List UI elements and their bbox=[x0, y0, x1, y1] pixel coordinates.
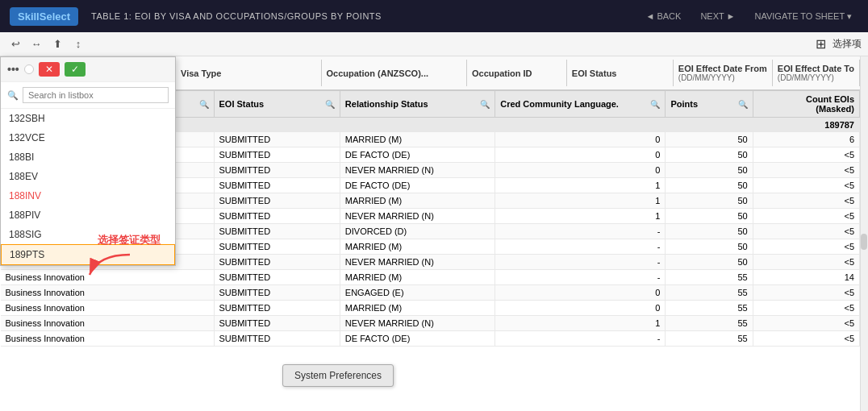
scrollbar[interactable] bbox=[860, 56, 868, 411]
cell-points: 50 bbox=[666, 255, 753, 270]
col-eoi-search-icon[interactable]: 🔍 bbox=[325, 100, 335, 109]
cell-visa-type: Business Innovation bbox=[1, 316, 215, 331]
cell-eoi-status: SUBMITTED bbox=[214, 147, 340, 163]
cell-cred-lang: - bbox=[495, 270, 666, 285]
scrollbar-thumb[interactable] bbox=[861, 234, 867, 250]
cell-eoi-status: SUBMITTED bbox=[214, 224, 340, 239]
table-row: Business Innovation SUBMITTED ENGAGED (E… bbox=[1, 285, 860, 301]
cell-visa-type: Business Innovation bbox=[1, 331, 215, 347]
cell-points: 50 bbox=[666, 224, 753, 239]
col-points-search-icon[interactable]: 🔍 bbox=[738, 100, 748, 109]
cell-cred-lang: - bbox=[495, 224, 666, 239]
col-visa-search-icon[interactable]: 🔍 bbox=[199, 100, 209, 109]
table-row: Business Innovation SUBMITTED MARRIED (M… bbox=[1, 270, 860, 285]
toolbar-right: ⊞ 选择项 bbox=[816, 36, 862, 52]
list-item-189pts[interactable]: 189PTS bbox=[1, 244, 175, 265]
cell-rel-status: DE FACTO (DE) bbox=[340, 147, 495, 163]
list-item[interactable]: 132VCE bbox=[1, 128, 175, 147]
cell-rel-status: MARRIED (M) bbox=[340, 301, 495, 316]
cell-cred-lang: - bbox=[495, 331, 666, 347]
cell-cred-lang: 0 bbox=[495, 301, 666, 316]
cell-cred-lang: 0 bbox=[495, 163, 666, 178]
list-item[interactable]: 188INV bbox=[1, 186, 175, 206]
total-count: 189787 bbox=[753, 118, 859, 133]
toolbar-icon-3[interactable]: ⬆ bbox=[48, 35, 66, 53]
cell-cred-lang: 0 bbox=[495, 147, 666, 163]
cell-rel-status: NEVER MARRIED (N) bbox=[340, 209, 495, 224]
col-cred-search-icon[interactable]: 🔍 bbox=[650, 100, 660, 109]
dropdown-cancel-button[interactable]: ✕ bbox=[39, 62, 60, 77]
cell-rel-status: DE FACTO (DE) bbox=[340, 178, 495, 193]
cell-cred-lang: 1 bbox=[495, 193, 666, 209]
system-preferences-label: System Preferences bbox=[294, 370, 382, 381]
cell-count-eois: <5 bbox=[753, 301, 859, 316]
cell-count-eois: <5 bbox=[753, 285, 859, 301]
list-item[interactable]: 188BI bbox=[1, 147, 175, 167]
col-header-eoi-status: EOI Status 🔍 bbox=[214, 91, 340, 118]
grid-icon[interactable]: ⊞ bbox=[816, 36, 826, 52]
cell-cred-lang: - bbox=[495, 255, 666, 270]
cell-points: 50 bbox=[666, 147, 753, 163]
cell-rel-status: MARRIED (M) bbox=[340, 193, 495, 209]
app-logo: SkillSelect bbox=[10, 7, 78, 26]
filter-eoi-date-from: EOI Effect Date From (DD/MM/YYYY) bbox=[674, 60, 773, 86]
cell-eoi-status: SUBMITTED bbox=[214, 193, 340, 209]
filter-visa-type-label: Visa Type bbox=[181, 68, 221, 78]
col-header-rel-status: Relationship Status 🔍 bbox=[340, 91, 495, 118]
dropdown-radio[interactable] bbox=[24, 64, 34, 74]
filter-eoi-date-from-label: EOI Effect Date From bbox=[678, 64, 767, 73]
cell-eoi-status: SUBMITTED bbox=[214, 178, 340, 193]
table-row: Business Innovation SUBMITTED NEVER MARR… bbox=[1, 316, 860, 331]
toolbar-icon-1[interactable]: ↩ bbox=[6, 35, 24, 53]
logo-text: SkillSelect bbox=[18, 10, 70, 23]
list-item[interactable]: 188SIG bbox=[1, 225, 175, 244]
cell-cred-lang: 1 bbox=[495, 178, 666, 193]
filter-eoi-date-to-sub: (DD/MM/YYYY) bbox=[778, 73, 854, 82]
header-navigation: ◄ BACK NEXT ► NAVIGATE TO SHEET ▾ bbox=[639, 9, 858, 24]
back-button[interactable]: ◄ BACK bbox=[639, 9, 687, 23]
select-button[interactable]: 选择项 bbox=[833, 37, 862, 51]
col-eoi-status-label: EOI Status bbox=[219, 99, 322, 109]
cell-count-eois: <5 bbox=[753, 239, 859, 255]
cell-points: 55 bbox=[666, 270, 753, 285]
filter-eoi-status: EOI Status bbox=[567, 60, 674, 86]
col-rel-status-label: Relationship Status bbox=[345, 99, 477, 109]
toolbar-icon-4[interactable]: ↕ bbox=[69, 35, 87, 53]
col-count-eois-label: Count EOIs(Masked) bbox=[758, 94, 854, 114]
cell-eoi-status: SUBMITTED bbox=[214, 285, 340, 301]
filter-occupation-label: Occupation (ANZSCO)... bbox=[327, 68, 429, 78]
filter-occupation-id: Occupation ID bbox=[467, 60, 567, 86]
cell-points: 50 bbox=[666, 163, 753, 178]
page-title: TABLE 1: EOI BY VISA AND OCCUPATIONS/GRO… bbox=[91, 11, 626, 21]
col-rel-search-icon[interactable]: 🔍 bbox=[480, 100, 490, 109]
cell-cred-lang: 1 bbox=[495, 316, 666, 331]
cell-visa-type: Business Innovation bbox=[1, 285, 215, 301]
cell-points: 50 bbox=[666, 178, 753, 193]
cell-count-eois: <5 bbox=[753, 255, 859, 270]
col-header-points: Points 🔍 bbox=[666, 91, 753, 118]
dropdown-confirm-button[interactable]: ✓ bbox=[65, 62, 86, 77]
cell-eoi-status: SUBMITTED bbox=[214, 209, 340, 224]
list-item[interactable]: 188PIV bbox=[1, 206, 175, 225]
search-icon: 🔍 bbox=[7, 90, 19, 101]
cell-count-eois: <5 bbox=[753, 316, 859, 331]
list-item[interactable]: 132SBH bbox=[1, 109, 175, 128]
cell-eoi-status: SUBMITTED bbox=[214, 239, 340, 255]
cell-count-eois: <5 bbox=[753, 224, 859, 239]
dropdown-list: 132SBH 132VCE 188BI 188EV 188INV 188PIV … bbox=[1, 109, 175, 265]
cell-rel-status: MARRIED (M) bbox=[340, 239, 495, 255]
cell-count-eois: <5 bbox=[753, 147, 859, 163]
cell-eoi-status: SUBMITTED bbox=[214, 301, 340, 316]
dropdown-search-box: 🔍 bbox=[1, 82, 175, 109]
toolbar-icon-2[interactable]: ↔ bbox=[27, 35, 45, 53]
dropdown-search-input[interactable] bbox=[23, 87, 169, 103]
cell-count-eois: <5 bbox=[753, 163, 859, 178]
navigate-to-sheet-button[interactable]: NAVIGATE TO SHEET ▾ bbox=[748, 9, 858, 24]
next-button[interactable]: NEXT ► bbox=[694, 9, 741, 23]
list-item[interactable]: 188EV bbox=[1, 167, 175, 186]
cell-count-eois: 14 bbox=[753, 270, 859, 285]
cell-rel-status: ENGAGED (E) bbox=[340, 285, 495, 301]
cell-points: 50 bbox=[666, 239, 753, 255]
cell-visa-type: Business Innovation bbox=[1, 301, 215, 316]
app-header: SkillSelect TABLE 1: EOI BY VISA AND OCC… bbox=[0, 0, 868, 32]
